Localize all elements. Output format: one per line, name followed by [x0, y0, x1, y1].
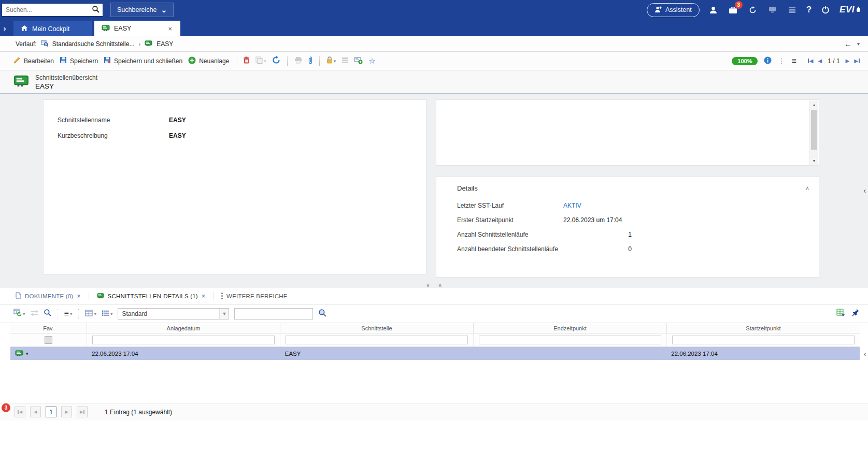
- scrollbar: ▲ ▼: [809, 100, 818, 165]
- tab-easy[interactable]: EASY ×: [94, 21, 180, 36]
- previous-record-button[interactable]: ◀: [818, 58, 822, 64]
- details-value: 22.06.2023 um 17:04: [563, 216, 632, 224]
- breadcrumb-item[interactable]: EASY: [156, 40, 173, 48]
- collapse-icon[interactable]: ∧: [805, 185, 809, 192]
- save-close-button[interactable]: Speichern und schließen: [104, 56, 182, 65]
- tab-mein-cockpit[interactable]: Mein Cockpit: [13, 21, 92, 36]
- row-menu-icon[interactable]: ▾: [26, 351, 29, 356]
- scroll-up-icon[interactable]: ▲: [810, 100, 818, 109]
- menu-icon: ≡: [64, 309, 69, 318]
- scroll-down-icon[interactable]: ▼: [810, 156, 818, 165]
- flame-icon: [856, 5, 861, 15]
- notification-corner-badge[interactable]: 3: [2, 403, 10, 412]
- fav-checkbox[interactable]: [45, 336, 52, 344]
- breadcrumb-item[interactable]: Standardsuche Schnittstelle...: [52, 40, 135, 48]
- copy-button[interactable]: ▾: [255, 56, 266, 65]
- close-icon[interactable]: ×: [167, 25, 173, 33]
- print-button[interactable]: [294, 56, 302, 65]
- last-record-button[interactable]: ▶: [854, 58, 860, 64]
- list-view-button[interactable]: ▾: [102, 309, 113, 318]
- grid-menu-button[interactable]: ≡ ▾: [64, 309, 73, 318]
- field-label: Kurzbeschreibung: [58, 132, 169, 139]
- save-label: Speichern: [70, 57, 98, 65]
- tab-dokumente[interactable]: DOKUMENTE (0) ×: [16, 292, 81, 300]
- transfer-button[interactable]: [31, 309, 38, 318]
- delete-button[interactable]: [243, 56, 250, 65]
- menu-icon[interactable]: ≡: [791, 56, 796, 66]
- cell-anlagedatum: 22.06.2023 17:04: [87, 351, 280, 357]
- help-button[interactable]: ?: [806, 5, 812, 15]
- inbox-icon[interactable]: 3: [728, 4, 739, 16]
- grid-search-button[interactable]: [44, 309, 51, 318]
- dataset-button[interactable]: [341, 57, 348, 65]
- search-input[interactable]: [2, 6, 88, 13]
- power-button[interactable]: [820, 4, 831, 16]
- filter-input-startzeitpunkt[interactable]: [672, 336, 855, 344]
- info-icon[interactable]: [764, 56, 772, 66]
- back-icon[interactable]: ←: [844, 39, 852, 48]
- splitter-down-icon[interactable]: ∨: [426, 282, 430, 288]
- grid-filter-input[interactable]: [234, 308, 313, 320]
- filter-input-endzeitpunkt[interactable]: [479, 336, 661, 344]
- sync-icon[interactable]: [747, 4, 759, 16]
- tab-weitere-bereiche[interactable]: WEITERE BEREICHE: [221, 293, 288, 299]
- table-view-button[interactable]: ▾: [85, 309, 96, 318]
- attachment-button[interactable]: [308, 56, 312, 66]
- filter-input-schnittstelle[interactable]: [286, 336, 468, 344]
- lock-button[interactable]: ▾: [326, 56, 336, 65]
- table-row[interactable]: ▾ 22.06.2023 17:04 EASY 22.06.2023 17:04: [10, 347, 860, 360]
- form-row: Kurzbeschreibung EASY: [44, 128, 426, 143]
- current-page-box[interactable]: 1: [46, 407, 56, 417]
- favorite-button[interactable]: ☆: [368, 57, 375, 65]
- splitter-up-icon[interactable]: ∧: [438, 282, 442, 288]
- pin-panel-button[interactable]: [852, 309, 860, 318]
- assistant-icon: [654, 6, 662, 14]
- history-label: Verlauf:: [16, 40, 37, 48]
- overflow-dots-icon[interactable]: ⋮: [778, 57, 785, 65]
- export-excel-button[interactable]: [836, 309, 845, 318]
- previous-page-button[interactable]: ◀: [30, 407, 41, 417]
- search-button[interactable]: [88, 4, 103, 16]
- filter-input-anlagedatum[interactable]: [92, 336, 275, 344]
- view-select[interactable]: Standard ▼: [118, 308, 229, 320]
- filter-cell: [667, 333, 860, 346]
- panel-expander-icon[interactable]: ›: [0, 24, 9, 32]
- collapse-right-panel-icon[interactable]: ‹: [863, 186, 866, 195]
- scrollbar-thumb[interactable]: [811, 110, 817, 150]
- column-header-anlagedatum[interactable]: Anlagedatum: [87, 323, 280, 333]
- close-icon[interactable]: ×: [77, 293, 80, 300]
- main-content: Schnittstellenname EASY Kurzbeschreibung…: [0, 94, 868, 288]
- status-link[interactable]: AKTIV: [563, 202, 632, 209]
- global-search: [2, 3, 103, 17]
- record-header-text: Schnittstellenübersicht EASY: [35, 74, 97, 90]
- add-interface-button[interactable]: [354, 56, 363, 66]
- first-record-button[interactable]: ◀: [808, 58, 814, 64]
- column-header-startzeitpunkt[interactable]: Startzeitpunkt: [667, 323, 860, 333]
- collapse-grid-panel-icon[interactable]: ‹: [864, 350, 866, 358]
- column-header-schnittstelle[interactable]: Schnittstelle: [280, 323, 474, 333]
- history-dropdown-icon[interactable]: ▾: [857, 41, 860, 47]
- tab-label: SCHNITTSTELLEN-DETAILS (1): [108, 293, 198, 299]
- first-page-button[interactable]: ◀: [15, 407, 25, 417]
- user-icon[interactable]: [708, 4, 719, 16]
- grid-filter-search-button[interactable]: [318, 309, 326, 319]
- search-scope-button[interactable]: Suchbereiche ⌄: [110, 3, 174, 17]
- column-header-endzeitpunkt[interactable]: Endzeitpunkt: [474, 323, 667, 333]
- column-header-fav[interactable]: Fav.: [10, 323, 87, 333]
- new-record-button[interactable]: Neuanlage: [188, 56, 229, 66]
- next-record-button[interactable]: ▶: [846, 58, 850, 64]
- brand-text: EVI: [839, 5, 855, 15]
- next-page-button[interactable]: ▶: [61, 407, 72, 417]
- monitor-icon[interactable]: [767, 4, 778, 16]
- last-page-button[interactable]: ▶: [77, 407, 88, 417]
- server-list-icon[interactable]: [787, 4, 798, 16]
- save-button[interactable]: Speichern: [60, 56, 98, 65]
- details-row: Erster Startzeitpunkt 22.06.2023 um 17:0…: [436, 213, 819, 227]
- close-icon[interactable]: ×: [202, 293, 205, 300]
- edit-button[interactable]: Bearbeiten: [13, 56, 54, 65]
- reload-grid-button[interactable]: ▾: [13, 309, 25, 318]
- tab-schnittstellen-details[interactable]: SCHNITTSTELLEN-DETAILS (1) ×: [97, 293, 206, 300]
- refresh-button[interactable]: [272, 56, 280, 66]
- assistant-button[interactable]: Assistent: [647, 3, 700, 17]
- history-bar: Verlauf: Standardsuche Schnittstelle... …: [0, 36, 868, 52]
